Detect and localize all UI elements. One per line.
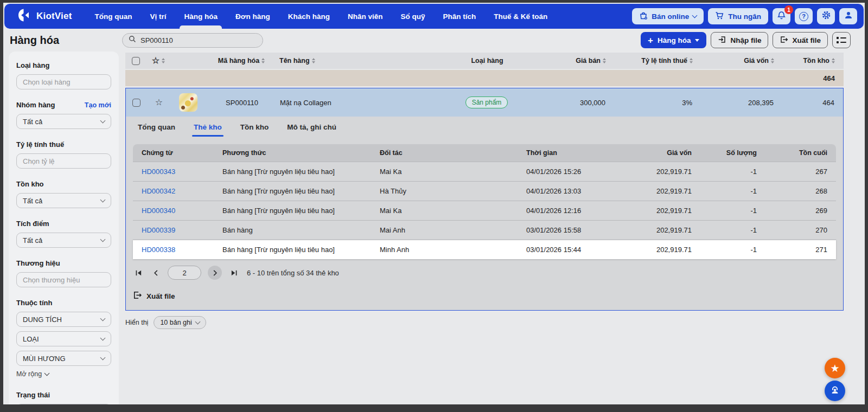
sc-partner: Hà Thủy [380, 187, 526, 195]
nav-nhan-vien[interactable]: Nhân viên [348, 5, 383, 28]
stock-card-row-highlighted[interactable]: HD000338 Bán hàng [Trừ nguyên liệu tiêu … [133, 240, 836, 259]
filter-trang-thai-select[interactable] [16, 404, 111, 404]
sc-header-doc: Chứng từ [133, 149, 222, 157]
select-all-checkbox[interactable] [132, 57, 140, 65]
create-group-link[interactable]: Tạo mới [85, 101, 111, 109]
import-file-button[interactable]: Nhập file [711, 32, 768, 48]
sc-qty: -1 [700, 168, 765, 176]
product-search[interactable] [122, 33, 263, 48]
thu-ngan-button[interactable]: Thu ngân [708, 8, 768, 24]
sc-balance: 271 [765, 246, 836, 254]
product-table-area: ☆ Mã hàng hóa Tên hàng Loại hàng Giá bán [125, 53, 844, 329]
filter-tich-diem-select[interactable]: Tất cả [16, 233, 111, 248]
tab-the-kho[interactable]: Thẻ kho [194, 123, 222, 137]
help-button[interactable]: ? [795, 8, 813, 24]
brand[interactable]: KiotViet [17, 8, 72, 24]
star-icon[interactable]: ☆ [146, 98, 171, 107]
stock-card-row[interactable]: HD000340 Bán hàng [Trừ nguyên liệu tiêu … [133, 201, 836, 220]
document-link[interactable]: HD000340 [133, 207, 222, 215]
sort-icon[interactable] [312, 58, 315, 63]
filter-thuong-hieu-input[interactable] [16, 272, 111, 287]
page-number-input[interactable] [168, 266, 201, 280]
last-page-button[interactable] [228, 267, 239, 278]
filter-nhom-hang-select[interactable]: Tất cả [16, 114, 111, 129]
table-footer: Hiển thị 10 bản ghi [125, 316, 844, 329]
filter-sidebar: Loại hàng Nhóm hàng Tạo mới Tất cả Tỷ lệ… [9, 52, 119, 404]
document-link[interactable]: HD000342 [133, 187, 222, 195]
chevron-down-icon [195, 319, 200, 325]
nav-vi-tri[interactable]: Vị trí [150, 5, 167, 28]
summary-row: 464 [125, 70, 844, 86]
sc-method: Bán hàng [222, 226, 380, 234]
product-row[interactable]: ☆ SP000110 Mặt nạ Collagen Sản phẩm 300,… [126, 88, 843, 117]
stock-card-row[interactable]: HD000342 Bán hàng [Trừ nguyên liệu tiêu … [133, 181, 836, 201]
sort-icon[interactable] [162, 58, 165, 63]
loai-hang-input[interactable] [23, 78, 105, 86]
row-checkbox[interactable] [132, 99, 141, 107]
ban-online-button[interactable]: Bán online [632, 8, 704, 24]
document-link[interactable]: HD000343 [133, 168, 222, 176]
attr-dung-tich-value: DUNG TÍCH [23, 316, 62, 324]
next-page-button[interactable] [208, 266, 222, 280]
sc-header-method: Phương thức [222, 149, 380, 157]
filter-loai-hang-input[interactable] [16, 74, 111, 89]
search-input[interactable] [141, 36, 257, 44]
thuong-hieu-input[interactable] [23, 276, 105, 284]
add-product-button[interactable]: + Hàng hóa [641, 32, 706, 48]
filter-attr-loai[interactable]: LOẠI [16, 331, 111, 346]
stock-card-row[interactable]: HD000343 Bán hàng [Trừ nguyên liệu tiêu … [133, 162, 836, 181]
sort-icon[interactable] [603, 58, 606, 63]
sort-icon[interactable] [832, 58, 835, 63]
tab-tong-quan[interactable]: Tổng quan [138, 123, 175, 137]
ty-le-input[interactable] [23, 157, 105, 165]
add-product-label: Hàng hóa [658, 36, 691, 44]
chevron-down-icon [44, 371, 50, 376]
shopping-bag-icon [639, 11, 648, 22]
tab-mo-ta[interactable]: Mô tả, ghi chú [287, 123, 336, 137]
sc-qty: -1 [700, 226, 765, 234]
profile-button[interactable] [839, 8, 857, 24]
sc-cost: 202,919.71 [624, 246, 700, 254]
sort-icon[interactable] [771, 58, 774, 63]
expand-attributes-link[interactable]: Mở rộng [16, 370, 111, 378]
star-float-icon: ★ [830, 362, 839, 375]
sort-icon[interactable] [261, 58, 265, 63]
filter-label-thuong-hieu: Thương hiệu [16, 259, 60, 267]
filter-ty-le-input[interactable] [16, 153, 111, 169]
stock-card-row[interactable]: HD000339 Bán hàng Mai Anh 03/01/2026 15:… [133, 220, 836, 240]
tab-ton-kho[interactable]: Tồn kho [240, 123, 269, 137]
column-settings-button[interactable] [832, 32, 851, 48]
sc-partner: Mai Ka [380, 168, 526, 176]
nav-don-hang[interactable]: Đơn hàng [235, 5, 270, 28]
product-thumbnail[interactable] [179, 93, 197, 112]
sc-time: 03/01/2026 15:58 [526, 226, 624, 234]
settings-button[interactable] [817, 8, 835, 24]
page-size-select[interactable]: 10 bản ghi [154, 316, 206, 329]
star-icon[interactable]: ☆ [152, 56, 159, 65]
document-link[interactable]: HD000338 [133, 246, 222, 254]
filter-label-tich-diem: Tích điểm [16, 220, 49, 228]
filter-attr-dung-tich[interactable]: DUNG TÍCH [16, 312, 111, 327]
sc-method: Bán hàng [Trừ nguyên liệu tiêu hao] [222, 246, 380, 254]
support-float-button[interactable] [825, 381, 845, 401]
notifications-button[interactable]: 1 [773, 8, 790, 24]
columns-icon [837, 41, 846, 43]
document-link[interactable]: HD000339 [133, 226, 222, 234]
nav-tong-quan[interactable]: Tổng quan [95, 5, 132, 28]
first-page-button[interactable] [133, 267, 144, 278]
filter-attr-mui-huong[interactable]: MÙI HƯƠNG [16, 351, 111, 366]
nav-so-quy[interactable]: Sổ quỹ [400, 5, 425, 28]
export-file-button[interactable]: Xuất file [773, 32, 828, 48]
nav-phan-tich[interactable]: Phân tích [443, 5, 476, 28]
search-icon [129, 35, 136, 45]
prev-page-button[interactable] [150, 267, 161, 278]
filter-ton-kho-select[interactable]: Tất cả [16, 193, 111, 208]
nav-khach-hang[interactable]: Khách hàng [288, 5, 330, 28]
product-price: 300,000 [533, 99, 614, 107]
nav-thue-ke-toan[interactable]: Thuế & Kế toán [494, 5, 547, 28]
sort-icon[interactable] [690, 58, 693, 63]
filter-label-nhom-hang: Nhóm hàng [16, 101, 55, 109]
rating-float-button[interactable]: ★ [825, 358, 845, 378]
stock-export-button[interactable]: Xuất file [133, 291, 836, 301]
nav-hang-hoa[interactable]: Hàng hóa [184, 5, 218, 28]
